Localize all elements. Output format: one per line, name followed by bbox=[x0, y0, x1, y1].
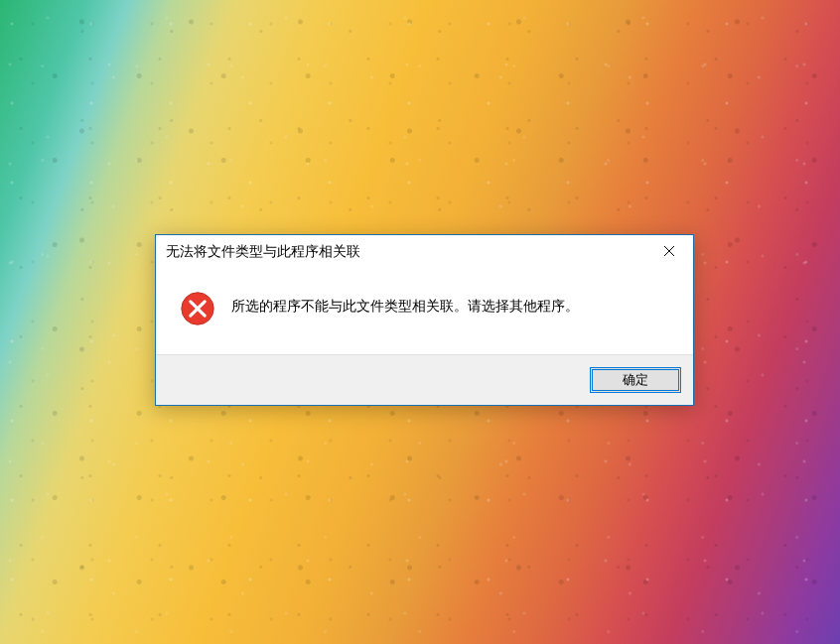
dialog-title: 无法将文件类型与此程序相关联 bbox=[166, 243, 360, 261]
close-icon bbox=[663, 243, 675, 261]
close-button[interactable] bbox=[647, 237, 691, 267]
dialog-footer: 确定 bbox=[156, 354, 693, 405]
ok-button[interactable]: 确定 bbox=[590, 367, 681, 393]
dialog-message: 所选的程序不能与此文件类型相关联。请选择其他程序。 bbox=[231, 297, 579, 317]
error-icon bbox=[180, 291, 215, 326]
dialog-body: 所选的程序不能与此文件类型相关联。请选择其他程序。 bbox=[156, 269, 693, 354]
dialog-titlebar[interactable]: 无法将文件类型与此程序相关联 bbox=[156, 235, 693, 269]
error-dialog: 无法将文件类型与此程序相关联 所选的程序不能与此文件类型相关联。请选择其他程序。… bbox=[155, 234, 694, 406]
